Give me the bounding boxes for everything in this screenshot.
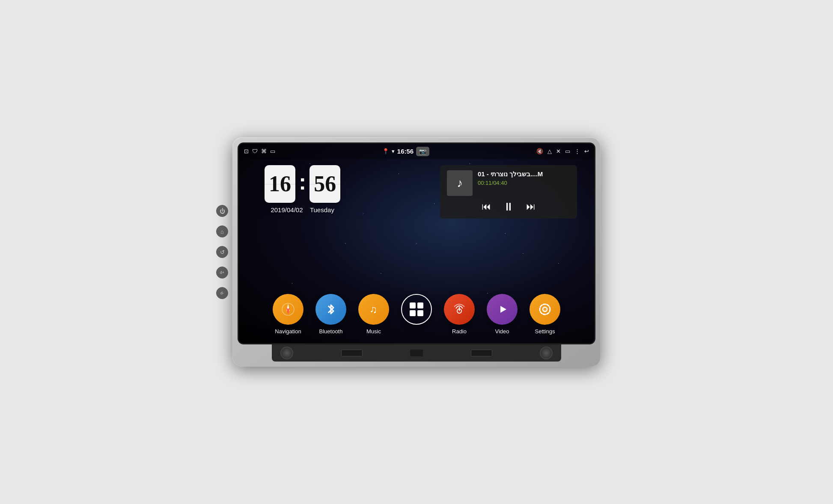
back-button[interactable]: ↺: [216, 246, 228, 258]
apps-icon: [401, 294, 432, 325]
status-bar: ⊡ 🛡 ⌘ ▭ 📍 ▾ 16:56 📷 🔇 △ ✕ ▭ ⋮: [239, 144, 594, 159]
app-radio[interactable]: Radio: [444, 294, 475, 335]
main-screen: ⊡ 🛡 ⌘ ▭ 📍 ▾ 16:56 📷 🔇 △ ✕ ▭ ⋮: [239, 144, 594, 344]
svg-point-9: [542, 306, 548, 312]
music-icon: ♫: [358, 294, 389, 325]
next-button[interactable]: ⏭: [526, 201, 536, 212]
location-icon: 📍: [382, 148, 389, 154]
prev-button[interactable]: ⏮: [482, 201, 491, 212]
app-settings[interactable]: Settings: [530, 294, 560, 335]
home-icon: ⊡: [244, 148, 249, 154]
back-nav-icon[interactable]: ↩: [584, 148, 589, 154]
status-bar-center: 📍 ▾ 16:56 📷: [275, 147, 536, 156]
clock-minutes: 56: [309, 165, 340, 203]
bluetooth-label: Bluetooth: [319, 328, 343, 335]
gear-svg: [537, 302, 553, 317]
svg-text:♫: ♫: [369, 304, 377, 315]
play-svg: [494, 302, 510, 317]
radio-label: Radio: [452, 328, 467, 335]
wifi-icon: ▾: [392, 148, 395, 154]
video-label: Video: [495, 328, 509, 335]
usb-icon: ⌘: [261, 148, 267, 154]
device-mount: [272, 344, 561, 362]
clock-widget: 16 : 56 2019/04/02 Tuesday: [265, 165, 340, 213]
menu-icon: ⋮: [574, 148, 580, 154]
volume-up-button[interactable]: d+: [216, 267, 228, 279]
clock-date: 2019/04/02 Tuesday: [271, 206, 334, 213]
grid-icon: [410, 302, 423, 316]
music-meta: 01 - בשבילך נוצרתי....M 00:11/04:40: [478, 170, 570, 186]
status-time: 16:56: [397, 148, 414, 155]
shield-icon: 🛡: [252, 148, 258, 154]
volume-down-button[interactable]: d-: [216, 287, 228, 299]
close-icon: ✕: [556, 148, 561, 154]
mount-knob-right: [540, 347, 553, 359]
app-navigation[interactable]: Navigation: [273, 294, 303, 335]
mount-center: [410, 350, 423, 356]
camera-button[interactable]: 📷: [416, 147, 429, 156]
screen-bezel: ⊡ 🛡 ⌘ ▭ 📍 ▾ 16:56 📷 🔇 △ ✕ ▭ ⋮: [238, 142, 595, 345]
window-icon: ▭: [565, 148, 570, 154]
settings-label: Settings: [535, 328, 555, 335]
grid-cell-1: [410, 302, 416, 308]
navigation-icon: [273, 294, 303, 325]
music-artwork: ♪: [447, 170, 473, 196]
clock-separator: :: [299, 169, 306, 195]
mount-knob-left: [280, 347, 293, 359]
grid-cell-2: [417, 302, 423, 308]
bluetooth-svg: [323, 302, 339, 317]
mount-port-left: [341, 350, 363, 356]
status-bar-right: 🔇 △ ✕ ▭ ⋮ ↩: [536, 148, 589, 154]
grid-cell-3: [410, 310, 416, 316]
home-button[interactable]: ⌂: [216, 225, 228, 237]
mute-icon: 🔇: [536, 148, 543, 154]
grid-cell-4: [417, 310, 423, 316]
app-bluetooth[interactable]: Bluetooth: [315, 294, 346, 335]
app-music[interactable]: ♫ Music: [358, 294, 389, 335]
play-pause-button[interactable]: ⏸: [503, 200, 514, 213]
clock-digits: 16 : 56: [265, 165, 340, 203]
eject-icon: △: [547, 148, 552, 154]
video-icon: [487, 294, 518, 325]
physical-buttons: ⏻ ⌂ ↺ d+ d-: [216, 205, 228, 299]
music-label: Music: [366, 328, 381, 335]
music-time: 00:11/04:40: [478, 180, 570, 186]
app-video[interactable]: Video: [487, 294, 518, 335]
power-button[interactable]: ⏻: [216, 205, 228, 217]
status-bar-left: ⊡ 🛡 ⌘ ▭: [244, 148, 275, 154]
svg-marker-6: [500, 306, 506, 313]
music-player-widget: ♪ 01 - בשבילך נוצרתי....M 00:11/04:40 ⏮ …: [440, 165, 577, 219]
music-svg: ♫: [366, 302, 381, 317]
settings-icon: [530, 294, 560, 325]
app-grid: Navigation Bluetooth ♫: [239, 294, 594, 335]
car-head-unit: ⏻ ⌂ ↺ d+ d- ⊡ 🛡 ⌘ ▭ 📍 ▾ 16:56 📷: [232, 137, 601, 367]
music-title: 01 - בשבילך נוצרתי....M: [478, 170, 570, 178]
app-apps[interactable]: [401, 294, 432, 335]
mount-port-right: [471, 350, 492, 356]
music-info: ♪ 01 - בשבילך נוצרתי....M 00:11/04:40: [447, 170, 570, 196]
radio-icon: [444, 294, 475, 325]
radio-svg: [452, 302, 467, 317]
music-controls: ⏮ ⏸ ⏭: [447, 200, 570, 213]
battery-icon: ▭: [270, 148, 275, 154]
compass-svg: [280, 302, 296, 317]
music-note-icon: ♪: [457, 176, 463, 190]
navigation-label: Navigation: [275, 328, 301, 335]
clock-hours: 16: [265, 165, 295, 203]
bluetooth-icon: [315, 294, 346, 325]
